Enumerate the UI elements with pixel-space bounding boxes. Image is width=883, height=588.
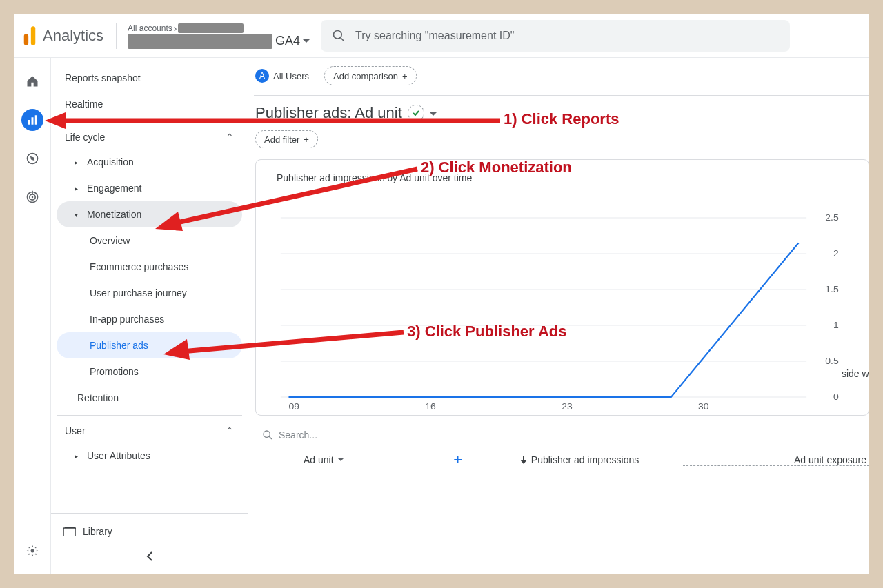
sidebar-item-monetization[interactable]: ▾Monetization xyxy=(57,201,242,227)
chart-card: Publisher ad impressions by Ad unit over… xyxy=(255,159,869,416)
svg-text:0: 0 xyxy=(833,392,839,402)
search-placeholder: Search... xyxy=(279,429,317,440)
search-icon xyxy=(262,429,273,440)
svg-point-12 xyxy=(30,549,34,553)
svg-rect-13 xyxy=(63,528,76,536)
sidebar-library[interactable]: Library xyxy=(51,519,248,544)
data-table: Search... Ad unit + Publisher ad impress… xyxy=(255,425,869,474)
report-title-bar: Publisher ads: Ad unit xyxy=(254,104,869,122)
nav-reports[interactable] xyxy=(21,109,43,131)
svg-rect-4 xyxy=(28,120,30,125)
nav-label: User Attributes xyxy=(87,450,150,461)
sidebar-item-retention[interactable]: Retention xyxy=(57,385,242,411)
svg-line-32 xyxy=(269,436,272,439)
segment-label: All Users xyxy=(273,71,309,81)
table-header-row: Ad unit + Publisher ad impressions Ad un… xyxy=(255,445,869,474)
main-content: A All Users Add comparison + Publisher a… xyxy=(248,58,869,574)
ga4-app-window: Analytics All accounts › GA4 Try searchi… xyxy=(14,14,869,574)
nav-label: Monetization xyxy=(87,209,141,220)
chevron-down-icon xyxy=(430,112,437,116)
target-icon xyxy=(26,190,39,204)
caret-right-icon: ▸ xyxy=(75,452,81,460)
svg-text:0.5: 0.5 xyxy=(825,356,838,366)
svg-rect-6 xyxy=(34,115,37,125)
column-metric-exposure[interactable]: Ad unit exposure xyxy=(683,454,869,466)
svg-text:2: 2 xyxy=(833,249,839,258)
add-dimension-button[interactable]: + xyxy=(453,451,462,469)
redacted-account xyxy=(178,23,244,33)
segment-badge: A xyxy=(255,69,269,83)
section-label: Life cycle xyxy=(65,132,105,143)
caret-down-icon: ▾ xyxy=(75,211,81,219)
chevron-down-icon xyxy=(303,39,310,43)
sidebar-leaf-ecommerce[interactable]: Ecommerce purchases xyxy=(57,254,242,280)
chevron-up-icon: ⌃ xyxy=(226,425,234,436)
column-metric-impressions[interactable]: Publisher ad impressions xyxy=(476,454,683,465)
analytics-logo-icon xyxy=(22,26,37,45)
pill-label: Add filter xyxy=(264,134,299,145)
add-comparison-button[interactable]: Add comparison + xyxy=(324,66,417,85)
table-search[interactable]: Search... xyxy=(255,425,869,445)
svg-rect-5 xyxy=(31,117,33,125)
home-icon xyxy=(26,74,39,88)
redacted-property xyxy=(128,34,272,49)
sidebar-section-user[interactable]: User ⌃ xyxy=(57,415,242,443)
sidebar-reports-snapshot[interactable]: Reports snapshot xyxy=(57,65,242,91)
explore-icon xyxy=(26,152,39,165)
nav-explore[interactable] xyxy=(21,148,43,170)
nav-label: Retention xyxy=(77,392,119,403)
sidebar-item-user-attributes[interactable]: ▸User Attributes xyxy=(57,443,242,469)
chevron-left-icon xyxy=(146,551,153,562)
col-label: Ad unit xyxy=(304,454,334,465)
search-input[interactable]: Try searching "measurement ID" xyxy=(321,20,790,52)
column-dimension[interactable]: Ad unit + xyxy=(255,451,476,469)
sidebar-realtime[interactable]: Realtime xyxy=(57,91,242,117)
caret-right-icon: ▸ xyxy=(75,185,81,192)
segment-row: A All Users Add comparison + xyxy=(254,66,869,85)
nav-label: Engagement xyxy=(87,183,141,194)
left-icon-rail xyxy=(14,58,51,574)
page-title: Publisher ads: Ad unit xyxy=(255,104,402,122)
search-placeholder: Try searching "measurement ID" xyxy=(355,30,514,42)
sort-down-icon xyxy=(520,456,527,464)
svg-text:1.5: 1.5 xyxy=(825,285,838,294)
library-icon xyxy=(63,527,76,536)
sidebar-leaf-overview[interactable]: Overview xyxy=(57,227,242,254)
svg-point-10 xyxy=(31,196,33,199)
add-filter-button[interactable]: Add filter + xyxy=(255,130,318,148)
svg-point-31 xyxy=(264,431,270,437)
sidebar-item-engagement[interactable]: ▸Engagement xyxy=(57,175,242,201)
svg-text:2.5: 2.5 xyxy=(825,213,838,223)
property-label: GA4 xyxy=(275,34,300,48)
sidebar-leaf-publisher-ads[interactable]: Publisher ads xyxy=(57,332,242,358)
segment-all-users[interactable]: A All Users xyxy=(255,66,317,85)
product-logo[interactable]: Analytics xyxy=(22,26,103,45)
chart-title: Publisher ad impressions by Ad unit over… xyxy=(277,172,855,183)
status-check-icon[interactable] xyxy=(408,105,424,121)
breadcrumb-prefix: All accounts xyxy=(128,23,172,33)
sidebar-leaf-promotions[interactable]: Promotions xyxy=(57,358,242,385)
title-dropdown[interactable] xyxy=(430,107,437,119)
chevron-up-icon: ⌃ xyxy=(226,132,234,143)
pill-label: Add comparison xyxy=(333,71,398,81)
svg-point-2 xyxy=(334,30,342,39)
nav-advertising[interactable] xyxy=(21,186,43,208)
nav-home[interactable] xyxy=(21,70,43,92)
col-label: Ad unit exposure xyxy=(794,454,866,465)
sidebar-leaf-journey[interactable]: User purchase journey xyxy=(57,280,242,306)
reports-sidebar: Reports snapshot Realtime Life cycle ⌃ ▸… xyxy=(51,58,248,574)
plus-icon: + xyxy=(402,71,408,81)
svg-rect-1 xyxy=(24,34,28,45)
sidebar-section-life-cycle[interactable]: Life cycle ⌃ xyxy=(57,121,242,149)
sidebar-leaf-inapp[interactable]: In-app purchases xyxy=(57,306,242,332)
svg-text:16: 16 xyxy=(425,402,436,411)
sidebar-collapse-button[interactable] xyxy=(51,544,248,569)
nav-admin[interactable] xyxy=(21,540,43,562)
account-selector[interactable]: All accounts › GA4 xyxy=(116,23,310,49)
gear-icon xyxy=(26,544,39,558)
reports-icon xyxy=(26,114,39,126)
sidebar-item-acquisition[interactable]: ▸Acquisition xyxy=(57,149,242,175)
col-label: Publisher ad impressions xyxy=(531,454,639,465)
adjacent-card-label: side widget xyxy=(842,368,869,379)
svg-text:30: 30 xyxy=(698,402,709,411)
